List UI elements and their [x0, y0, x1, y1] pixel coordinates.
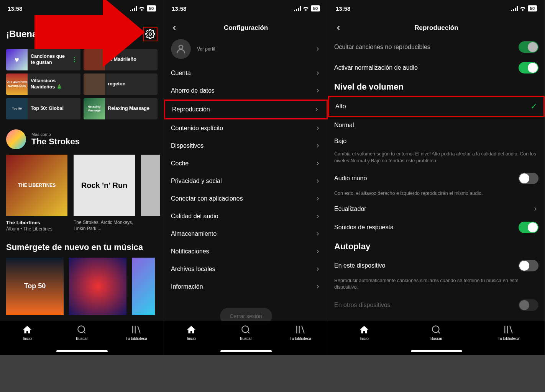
back-button[interactable] [333, 22, 344, 34]
tile-label: Relaxing Massage [105, 106, 153, 112]
nav-home[interactable]: Inicio [174, 325, 208, 341]
chevron-right-icon [315, 196, 321, 202]
option-label: Bajo [334, 138, 346, 145]
equalizer-row[interactable]: Ecualizador [328, 201, 545, 217]
toggle-switch[interactable] [519, 62, 538, 74]
settings-item-storage[interactable]: Almacenamiento [164, 225, 328, 243]
settings-item-data-saver[interactable]: Ahorro de datos [164, 82, 328, 100]
nav-library[interactable]: Tu biblioteca [491, 325, 526, 341]
toggle-switch[interactable] [519, 173, 538, 184]
settings-item-playback-highlight[interactable]: Reproducción [164, 100, 328, 119]
setting-label: Almacenamiento [171, 230, 217, 237]
album-card[interactable]: THE LIBERTINES The Libertines Álbum • Th… [6, 155, 67, 232]
nav-home[interactable]: Inicio [347, 325, 381, 341]
settings-item-audio-quality[interactable]: Calidad del audio [164, 207, 328, 225]
status-time: 13:58 [8, 5, 22, 12]
album-card[interactable] [141, 155, 160, 232]
chevron-right-icon [532, 206, 538, 212]
nav-search[interactable]: Buscar [419, 325, 453, 341]
option-label: Normal [334, 122, 354, 129]
volume-section-title: Nivel de volumen [328, 78, 545, 96]
settings-item-connect-apps[interactable]: Conectar con aplicaciones [164, 190, 328, 207]
nav-label: Inicio [360, 336, 368, 341]
phone-playback: 13:58 50 Reproducción Ocultar canciones … [328, 0, 545, 355]
settings-item-notifications[interactable]: Notificaciones [164, 243, 328, 260]
back-button[interactable] [169, 22, 180, 34]
nav-label: Tu biblioteca [126, 336, 147, 341]
artist-avatar [6, 129, 26, 149]
toggle-autoplay-this-device[interactable]: En este dispositivo [328, 255, 545, 276]
toggle-autoplay-other-devices[interactable]: En otros dispositivos [328, 295, 545, 315]
toggle-switch[interactable] [519, 260, 538, 271]
settings-item-about[interactable]: Información [164, 278, 328, 296]
toggle-normalize-audio[interactable]: Activar normalización de audio [328, 57, 545, 78]
playlist-tile[interactable]: VILLANCICOSNAVIDEÑOS Villancicos Navideñ… [6, 74, 80, 95]
mini-tile[interactable] [132, 258, 155, 315]
chevron-right-icon [315, 213, 321, 219]
nav-library[interactable]: Tu biblioteca [283, 325, 318, 341]
bottom-nav: Inicio Buscar Tu biblioteca [0, 321, 164, 355]
settings-item-car[interactable]: Coche [164, 155, 328, 172]
album-card[interactable]: Rock 'n' Run The Strokes, Arctic Monkeys… [74, 155, 135, 232]
library-icon [131, 325, 141, 335]
profile-row[interactable]: Ver perfil [164, 39, 328, 64]
setting-label: Privacidad y social [171, 178, 222, 185]
album-title: The Libertines [6, 220, 67, 225]
setting-label: Ahorro de datos [171, 87, 215, 94]
bottom-nav: Inicio Buscar Tu biblioteca [328, 321, 545, 355]
chevron-right-icon [315, 125, 321, 131]
playback-list: Ocultar canciones no reproducibles Activ… [328, 39, 545, 321]
settings-item-account[interactable]: Cuenta [164, 64, 328, 82]
toggle-mono-audio[interactable]: Audio mono [328, 168, 545, 189]
toggle-label: Sonidos de respuesta [334, 224, 394, 231]
toggle-label: Ocultar canciones no reproducibles [334, 44, 430, 51]
nav-search[interactable]: Buscar [228, 325, 263, 341]
volume-option-normal[interactable]: Normal [328, 117, 545, 133]
settings-header: Configuración [164, 17, 328, 39]
gear-icon[interactable] [145, 29, 155, 39]
nav-search[interactable]: Buscar [64, 325, 99, 341]
nav-label: Buscar [76, 336, 88, 341]
playback-header: Reproducción [328, 17, 545, 39]
mono-help-text: Con esto, el altavoz derecho e izquierdo… [328, 189, 545, 201]
settings-button-highlight [143, 27, 158, 41]
setting-label: Coche [171, 160, 189, 167]
mini-tile[interactable] [69, 258, 126, 315]
nav-home[interactable]: Inicio [10, 325, 44, 341]
settings-item-explicit[interactable]: Contenido explícito [164, 119, 328, 137]
status-time: 13:58 [172, 5, 186, 12]
mini-tile[interactable]: Top 50 [6, 258, 64, 315]
playlist-tile[interactable]: regeton [84, 74, 158, 95]
option-label: Alto [335, 103, 346, 110]
playlist-tile-liked[interactable]: ♥ Canciones que te gustan ⋮ [6, 49, 80, 70]
toggle-label: Audio mono [334, 175, 367, 182]
toggle-switch[interactable] [519, 41, 538, 53]
more-like-label: Más como [31, 132, 80, 137]
artist-name[interactable]: The Strokes [31, 137, 80, 147]
playlist-tile[interactable]: RelaxingMassage Relaxing Massage [84, 98, 158, 119]
home-indicator [220, 350, 272, 352]
toggle-switch[interactable] [519, 299, 538, 311]
nav-label: Buscar [240, 336, 252, 341]
toggle-switch[interactable] [519, 222, 538, 233]
chevron-right-icon [315, 160, 321, 167]
signal-icon [511, 6, 518, 11]
library-icon [295, 325, 305, 335]
tile-label: regeton [105, 81, 129, 87]
settings-item-privacy[interactable]: Privacidad y social [164, 172, 328, 190]
view-profile-label: Ver perfil [197, 46, 215, 52]
nav-library[interactable]: Tu biblioteca [119, 325, 154, 341]
battery-icon: 50 [147, 5, 156, 11]
volume-option-bajo[interactable]: Bajo [328, 133, 545, 149]
chevron-right-icon [315, 88, 321, 94]
avatar [171, 39, 191, 59]
settings-item-devices[interactable]: Dispositivos [164, 137, 328, 155]
toggle-hide-unplayable[interactable]: Ocultar canciones no reproducibles [328, 39, 545, 57]
volume-option-alto-highlight[interactable]: Alto ✓ [328, 96, 545, 117]
toggle-response-sounds[interactable]: Sonidos de respuesta [328, 217, 545, 238]
playlist-tile[interactable]: Top 50 Top 50: Global [6, 98, 80, 119]
toggle-label: Activar normalización de audio [334, 64, 418, 71]
home-icon [186, 325, 196, 335]
settings-item-local-files[interactable]: Archivos locales [164, 260, 328, 278]
nav-label: Tu biblioteca [290, 336, 311, 341]
